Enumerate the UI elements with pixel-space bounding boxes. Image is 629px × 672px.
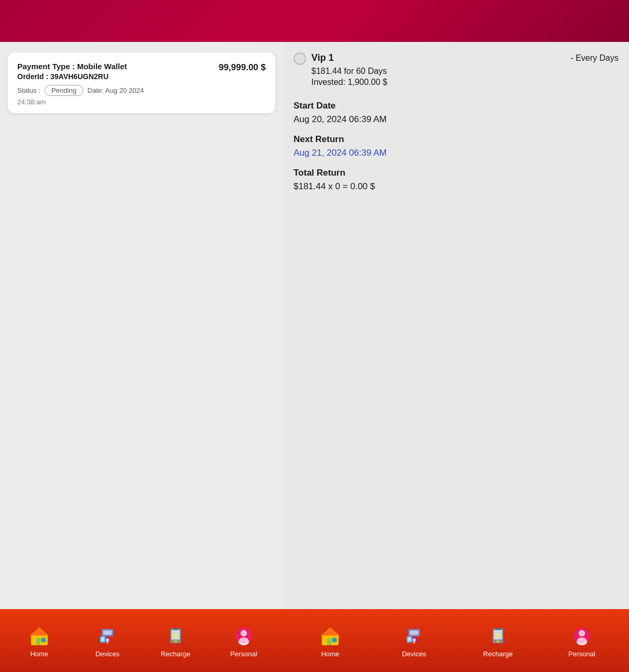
svg-rect-34 bbox=[408, 637, 411, 641]
nav-item-home2[interactable]: Home bbox=[312, 624, 349, 658]
svg-rect-16 bbox=[174, 641, 177, 642]
nav-left: Home Devices bbox=[0, 609, 283, 672]
main-content: Payment Type : Mobile Wallet OrderId : 3… bbox=[0, 42, 629, 609]
nav-item-devices[interactable]: Devices bbox=[89, 624, 126, 658]
payment-info: Payment Type : Mobile Wallet OrderId : 3… bbox=[17, 62, 219, 106]
vip-radio[interactable] bbox=[294, 52, 306, 65]
payment-card: Payment Type : Mobile Wallet OrderId : 3… bbox=[8, 52, 275, 113]
svg-rect-12 bbox=[101, 637, 104, 641]
recharge-icon bbox=[164, 624, 188, 648]
svg-rect-7 bbox=[103, 631, 112, 635]
nav-item-personal[interactable]: Personal bbox=[225, 624, 262, 658]
svg-point-32 bbox=[413, 642, 415, 644]
devices-icon bbox=[95, 624, 120, 648]
svg-rect-37 bbox=[495, 628, 501, 630]
svg-marker-27 bbox=[322, 628, 338, 635]
svg-point-42 bbox=[579, 631, 584, 636]
svg-rect-38 bbox=[496, 641, 500, 642]
recharge-icon2 bbox=[486, 624, 510, 648]
svg-rect-24 bbox=[327, 638, 331, 645]
every-days-label: - Every Days bbox=[570, 53, 619, 63]
start-date-value: Aug 20, 2024 06:39 AM bbox=[294, 114, 619, 125]
next-return-value: Aug 21, 2024 06:39 AM bbox=[294, 148, 619, 158]
payment-amount: 99,999.00 $ bbox=[219, 62, 266, 73]
nav-recharge-label: Recharge bbox=[161, 650, 190, 658]
status-label: Status : bbox=[17, 86, 40, 94]
svg-rect-31 bbox=[413, 638, 416, 642]
status-row: Status : Pending Date: Aug 20 2024 bbox=[17, 85, 219, 96]
svg-point-21 bbox=[239, 637, 248, 644]
date-label: Date: Aug 20 2024 bbox=[88, 86, 144, 94]
svg-rect-2 bbox=[36, 638, 40, 645]
bottom-nav: Home Devices bbox=[0, 609, 629, 672]
svg-point-43 bbox=[577, 637, 587, 644]
svg-rect-9 bbox=[106, 638, 109, 642]
svg-marker-5 bbox=[31, 628, 47, 635]
nav-item-recharge2[interactable]: Recharge bbox=[480, 624, 516, 658]
next-return-label: Next Return bbox=[294, 134, 619, 145]
personal-icon bbox=[232, 624, 256, 648]
vip-details: Vip 1 - Every Days $181.44 for 60 Days I… bbox=[311, 52, 619, 95]
personal-icon2 bbox=[570, 624, 594, 648]
devices-icon2 bbox=[402, 624, 426, 648]
start-date-label: Start Date bbox=[294, 101, 619, 111]
invested-label: Invested: 1,900.00 $ bbox=[311, 78, 619, 87]
vip-price-label: $181.44 for 60 Days bbox=[311, 67, 619, 76]
nav-item-devices2[interactable]: Devices bbox=[396, 624, 432, 658]
time-text: 24:38:am bbox=[17, 98, 219, 106]
vip-info-row: Vip 1 - Every Days $181.44 for 60 Days I… bbox=[294, 52, 619, 95]
svg-rect-4 bbox=[42, 638, 45, 642]
header-bar bbox=[0, 0, 629, 42]
right-panel: Vip 1 - Every Days $181.44 for 60 Days I… bbox=[283, 42, 629, 609]
nav-recharge-label2: Recharge bbox=[483, 650, 513, 658]
svg-rect-15 bbox=[173, 628, 178, 630]
nav-home-label: Home bbox=[30, 650, 49, 658]
nav-devices-label2: Devices bbox=[402, 650, 426, 658]
svg-point-10 bbox=[106, 642, 109, 644]
status-badge: Pending bbox=[45, 85, 83, 96]
nav-item-recharge[interactable]: Recharge bbox=[157, 624, 194, 658]
home-icon bbox=[27, 624, 51, 648]
vip-title: Vip 1 bbox=[311, 52, 334, 63]
nav-item-home[interactable]: Home bbox=[21, 624, 58, 658]
nav-home-label2: Home bbox=[321, 650, 340, 658]
svg-point-20 bbox=[241, 631, 246, 636]
svg-rect-29 bbox=[410, 631, 418, 635]
total-return-label: Total Return bbox=[294, 168, 619, 178]
left-panel: Payment Type : Mobile Wallet OrderId : 3… bbox=[0, 42, 283, 609]
nav-personal-label: Personal bbox=[230, 650, 257, 658]
total-return-value: $181.44 x 0 = 0.00 $ bbox=[294, 181, 619, 192]
nav-right: Home Devices bbox=[283, 609, 629, 672]
svg-rect-26 bbox=[333, 638, 336, 642]
nav-devices-label: Devices bbox=[95, 650, 120, 658]
home-icon2 bbox=[318, 624, 342, 648]
nav-item-personal2[interactable]: Personal bbox=[563, 624, 600, 658]
payment-type-text: Payment Type : Mobile Wallet bbox=[17, 62, 219, 71]
vip-header: Vip 1 - Every Days bbox=[311, 52, 619, 63]
order-id-text: OrderId : 39AVH6UGN2RU bbox=[17, 72, 219, 81]
nav-personal-label2: Personal bbox=[568, 650, 595, 658]
